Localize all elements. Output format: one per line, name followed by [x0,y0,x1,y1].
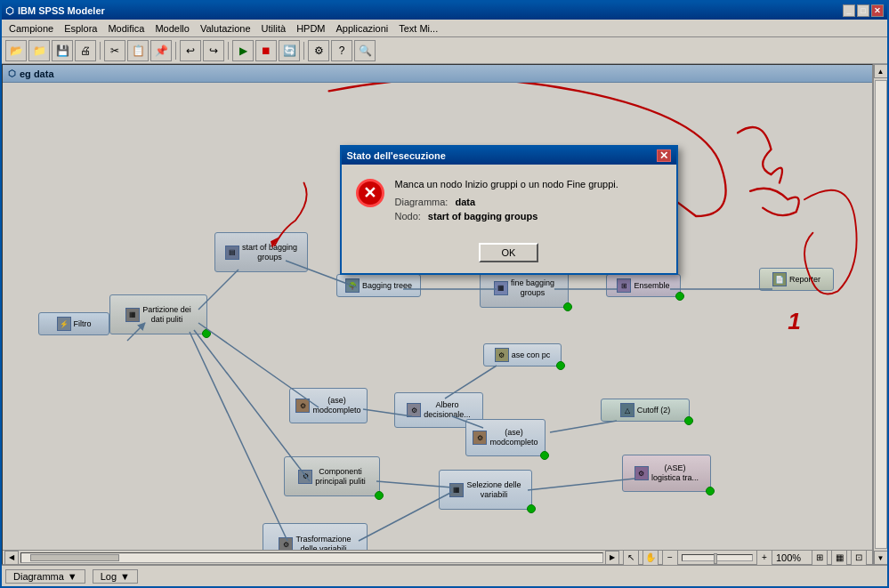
diagram-tab-dropdown[interactable]: ▼ [68,571,77,582]
ok-button[interactable]: OK [479,243,539,262]
cut-button[interactable]: ✂ [104,40,125,61]
diagram-label: Diagramma: [395,197,449,207]
close-button[interactable]: ✕ [871,4,884,17]
app-icon: ⬡ [5,5,14,17]
menu-modello[interactable]: Modello [150,21,195,36]
app-title: IBM SPSS Modeler [18,5,105,16]
dialog-overlay: Stato dell'esecuzione ✕ ✕ Manca un nodo … [3,83,872,550]
canvas-title: eg data [20,68,54,79]
paste-button[interactable]: 📌 [150,40,172,61]
execution-dialog: Stato dell'esecuzione ✕ ✕ Manca un nodo … [340,145,678,275]
separator3 [228,42,229,60]
copy-button[interactable]: 📋 [127,40,149,61]
diagram-row: Diagramma: data [395,197,662,207]
scroll-down-button[interactable]: ▼ [874,551,888,565]
status-bar: Diagramma ▼ Log ▼ [2,565,887,586]
stop-button[interactable]: ⏹ [255,40,277,61]
zoom-value: 100% [776,552,808,563]
scroll-up-button[interactable]: ▲ [874,64,888,78]
refresh-button[interactable]: 🔄 [279,40,300,61]
canvas-area[interactable]: ⚡ Filtro ▦ Partizione deidati puliti ▤ s… [3,83,872,550]
redo-button[interactable]: ↪ [203,40,224,61]
title-bar: ⬡ IBM SPSS Modeler _ □ ✕ [2,2,887,20]
scroll-left-button[interactable]: ◀ [4,551,19,565]
dialog-title-bar: Stato dell'esecuzione ✕ [342,147,676,165]
vertical-scrollbar[interactable]: ▲ ▼ [873,64,887,565]
menu-textmi[interactable]: Text Mi... [393,21,443,36]
log-tab[interactable]: Log ▼ [93,569,138,584]
horizontal-scrollbar[interactable]: ◀ ▶ ↖ ✋ − + 100% ⊞ ▦ ⊡ [3,550,872,564]
canvas-header: ⬡ eg data [3,65,872,83]
zoom-in-button[interactable]: + [756,550,772,566]
separator4 [303,42,304,60]
node-row: Nodo: start of bagging groups [395,211,662,222]
minimize-button[interactable]: _ [843,4,855,17]
maximize-button[interactable]: □ [857,4,869,17]
log-tab-label: Log [101,571,117,582]
dialog-close-button[interactable]: ✕ [657,149,671,162]
settings-button[interactable]: ⚙ [308,40,329,61]
grid-button[interactable]: ▦ [831,550,847,566]
window-controls: _ □ ✕ [843,4,884,17]
pan-tool[interactable]: ✋ [643,550,659,566]
dialog-footer: OK [342,236,676,273]
help-button[interactable]: ? [331,40,352,61]
menu-campione[interactable]: Campione [4,21,59,36]
menu-bar: Campione Esplora Modifica Modello Valuta… [2,20,887,37]
dialog-title-text: Stato dell'esecuzione [347,150,446,161]
zoom-thumb[interactable] [714,553,717,564]
dialog-content: ✕ Manca un nodo Inizio gruppi o un nodo … [342,165,676,236]
menu-hpdm[interactable]: HPDM [291,21,330,36]
v-scroll-track[interactable] [875,80,887,549]
zoom-controls: ↖ ✋ − + 100% ⊞ ▦ ⊡ [619,550,870,566]
node-value: start of bagging groups [428,211,537,222]
h-scroll-track[interactable] [20,552,603,563]
node-label: Nodo: [395,211,421,222]
menu-valutazione[interactable]: Valutazione [195,21,256,36]
separator2 [175,42,176,60]
save-button[interactable]: 💾 [52,40,73,61]
separator1 [100,42,101,60]
diagram-value: data [455,197,475,207]
dialog-text: Manca un nodo Inizio gruppi o un nodo Fi… [395,179,662,222]
menu-modifica[interactable]: Modifica [102,21,150,36]
toolbar: 📂 📁 💾 🖨 ✂ 📋 📌 ↩ ↪ ▶ ⏹ 🔄 ⚙ ? 🔍 [2,37,887,64]
scroll-right-button[interactable]: ▶ [605,551,619,565]
open-button[interactable]: 📁 [28,40,50,61]
layout-button[interactable]: ⊡ [851,550,867,566]
undo-button[interactable]: ↩ [180,40,201,61]
fit-view-button[interactable]: ⊞ [812,550,828,566]
menu-utilita[interactable]: Utilità [256,21,292,36]
diagram-tab-label: Diagramma [13,571,64,582]
pointer-tool[interactable]: ↖ [623,550,639,566]
print-button[interactable]: 🖨 [75,40,96,61]
zoom-out-button[interactable]: − [662,550,678,566]
dialog-details: Diagramma: data Nodo: start of bagging g… [395,197,662,222]
diagram-tab[interactable]: Diagramma ▼ [5,569,85,584]
new-button[interactable]: 📂 [5,40,27,61]
menu-esplora[interactable]: Esplora [59,21,102,36]
menu-applicazioni[interactable]: Applicazioni [331,21,394,36]
zoom-fit-button[interactable]: 🔍 [354,40,376,61]
dialog-message: Manca un nodo Inizio gruppi o un nodo Fi… [395,179,662,189]
h-scroll-thumb[interactable] [30,554,119,561]
error-icon: ✕ [356,179,384,207]
run-button[interactable]: ▶ [232,40,254,61]
zoom-slider[interactable] [682,554,753,561]
log-tab-dropdown[interactable]: ▼ [120,571,130,582]
